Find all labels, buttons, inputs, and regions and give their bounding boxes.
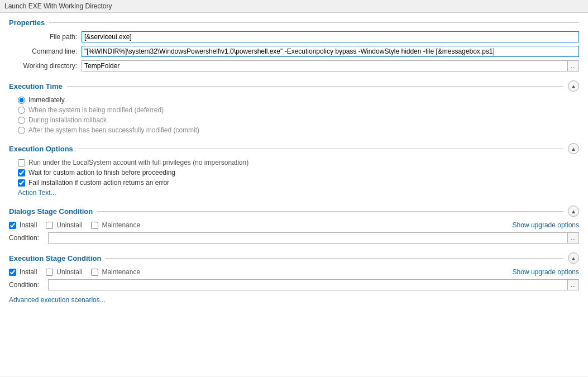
dialogs-uninstall-input[interactable]: [46, 222, 53, 229]
dialogs-stage-checkboxes-row: Install Uninstall Maintenance Show upgra…: [9, 221, 579, 229]
file-path-input[interactable]: [82, 31, 579, 42]
dialogs-install-label: Install: [20, 221, 37, 229]
dialogs-install-input[interactable]: [9, 222, 16, 229]
execution-time-collapse-btn[interactable]: ▲: [568, 80, 579, 92]
command-line-row: Command line:: [9, 46, 579, 57]
dialogs-condition-browse-btn[interactable]: ...: [568, 232, 579, 244]
dialogs-stage-title: Dialogs Stage Condition: [9, 207, 97, 216]
checkbox-wait: Wait for custom action to finish before …: [18, 169, 579, 176]
radio-commit: After the system has been successfully m…: [18, 126, 579, 134]
dialogs-stage-section: Dialogs Stage Condition ▲ Install Uninst…: [9, 206, 579, 244]
checkbox-fail-label: Fail installation if custom action retur…: [28, 179, 169, 187]
radio-deferred: When the system is being modified (defer…: [18, 106, 579, 114]
dialogs-condition-field: ...: [48, 232, 579, 244]
dialogs-uninstall-label: Uninstall: [56, 221, 82, 229]
execution-stage-section: Execution Stage Condition ▲ Install Unin…: [9, 252, 579, 304]
exec-condition-browse-btn[interactable]: ...: [568, 279, 579, 290]
checkbox-wait-label: Wait for custom action to finish before …: [28, 169, 175, 176]
execution-stage-title: Execution Stage Condition: [9, 254, 106, 263]
execution-time-section: Execution Time ▲ Immediately When the sy…: [9, 80, 579, 134]
radio-rollback: During installation rollback: [18, 116, 579, 124]
exec-install-checkbox: Install: [9, 268, 37, 276]
radio-immediately: Immediately: [18, 96, 579, 104]
dialogs-stage-divider: [97, 211, 563, 212]
checkbox-fail-input[interactable]: [18, 179, 25, 187]
working-dir-browse-btn[interactable]: ...: [568, 60, 579, 71]
command-line-label: Command line:: [9, 47, 82, 55]
exec-install-label: Install: [20, 268, 37, 276]
checkbox-localsystem-label: Run under the LocalSystem account with f…: [28, 159, 248, 166]
radio-immediately-input[interactable]: [18, 97, 25, 104]
dialogs-condition-row: Condition: ...: [9, 232, 579, 244]
dialogs-install-checkbox: Install: [9, 221, 37, 229]
execution-options-title: Execution Options: [9, 145, 78, 153]
execution-time-radio-group: Immediately When the system is being mod…: [18, 96, 579, 134]
working-dir-input[interactable]: [82, 60, 568, 71]
exec-uninstall-checkbox: Uninstall: [46, 268, 82, 276]
exec-show-upgrade-link[interactable]: Show upgrade options: [513, 268, 579, 276]
dialogs-condition-input[interactable]: [48, 232, 568, 244]
exec-maintenance-input[interactable]: [91, 269, 98, 276]
radio-rollback-input[interactable]: [18, 117, 25, 124]
working-dir-row: Working directory: ...: [9, 60, 579, 71]
radio-commit-label: After the system has been successfully m…: [28, 126, 199, 134]
working-dir-field: ...: [82, 60, 579, 71]
exec-uninstall-label: Uninstall: [56, 268, 82, 276]
command-line-input[interactable]: [82, 46, 579, 57]
checkbox-wait-input[interactable]: [18, 169, 25, 176]
checkbox-localsystem: Run under the LocalSystem account with f…: [18, 159, 579, 166]
exec-condition-label: Condition:: [9, 281, 48, 289]
execution-options-divider: [78, 149, 563, 149]
checkbox-localsystem-input[interactable]: [18, 159, 25, 166]
dialogs-show-upgrade-link[interactable]: Show upgrade options: [513, 221, 579, 229]
execution-options-section: Execution Options ▲ Run under the LocalS…: [9, 143, 579, 197]
radio-deferred-label: When the system is being modified (defer…: [28, 106, 164, 114]
properties-section: Properties File path: Command line: Work…: [9, 18, 579, 71]
radio-deferred-input[interactable]: [18, 107, 25, 114]
dialogs-uninstall-checkbox: Uninstall: [46, 221, 82, 229]
execution-stage-collapse-btn[interactable]: ▲: [568, 252, 579, 264]
working-dir-label: Working directory:: [9, 62, 82, 70]
dialogs-maintenance-label: Maintenance: [102, 221, 140, 229]
exec-condition-field: ...: [48, 279, 579, 290]
execution-time-divider: [67, 86, 563, 87]
dialogs-stage-collapse-btn[interactable]: ▲: [568, 206, 579, 217]
title-bar: Launch EXE With Working Directory: [0, 0, 588, 13]
file-path-row: File path:: [9, 31, 579, 42]
exec-install-input[interactable]: [9, 269, 16, 276]
dialogs-maintenance-input[interactable]: [91, 222, 98, 229]
title-bar-text: Launch EXE With Working Directory: [4, 2, 112, 10]
execution-time-title: Execution Time: [9, 82, 67, 90]
exec-maintenance-label: Maintenance: [102, 268, 140, 276]
exec-condition-row: Condition: ...: [9, 279, 579, 290]
action-text-link[interactable]: Action Text...: [18, 189, 56, 197]
dialogs-maintenance-checkbox: Maintenance: [91, 221, 140, 229]
properties-divider: [49, 22, 579, 23]
dialogs-condition-label: Condition:: [9, 234, 48, 242]
execution-stage-checkboxes-row: Install Uninstall Maintenance Show upgra…: [9, 268, 579, 276]
radio-rollback-label: During installation rollback: [28, 116, 107, 124]
exec-condition-input[interactable]: [48, 279, 568, 290]
advanced-execution-link[interactable]: Advanced execution scenarios...: [9, 296, 106, 304]
exec-maintenance-checkbox: Maintenance: [91, 268, 140, 276]
execution-stage-divider: [106, 258, 563, 259]
checkbox-fail: Fail installation if custom action retur…: [18, 179, 579, 187]
properties-title: Properties: [9, 18, 49, 27]
radio-commit-input[interactable]: [18, 127, 25, 134]
execution-options-collapse-btn[interactable]: ▲: [568, 143, 579, 154]
execution-options-checkboxes: Run under the LocalSystem account with f…: [18, 159, 579, 187]
exec-uninstall-input[interactable]: [46, 269, 53, 276]
radio-immediately-label: Immediately: [28, 96, 65, 104]
file-path-label: File path:: [9, 33, 82, 41]
